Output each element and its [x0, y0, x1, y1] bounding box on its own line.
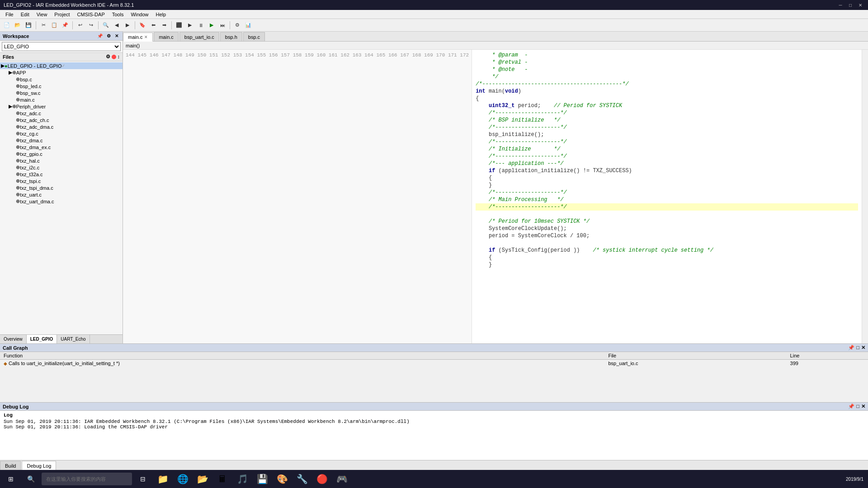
- panel-tab-build[interactable]: Build: [0, 461, 21, 470]
- tree-item-app_folder[interactable]: ▶ ⊕ APP: [0, 69, 123, 76]
- toolbar-debug3[interactable]: ⏸: [196, 20, 206, 30]
- toolbar-debug2[interactable]: ▶: [185, 20, 195, 30]
- workspace-pin[interactable]: 📌: [96, 33, 104, 39]
- taskbar-app-paint[interactable]: 🎨: [273, 471, 291, 487]
- workspace-close[interactable]: ✕: [113, 33, 120, 39]
- toolbar-new[interactable]: 📄: [2, 20, 12, 30]
- tab-close-icon[interactable]: ✕: [144, 35, 148, 39]
- tree-label: txz_t32a.c: [20, 172, 42, 177]
- tree-item-txz_dma_c[interactable]: ⊕ txz_dma.c: [0, 137, 123, 144]
- toolbar-bookmark-prev[interactable]: ⬅: [148, 20, 158, 30]
- tree-item-led_gpio_root[interactable]: ▶ ● LED_GPIO - LED_GPIO ✓: [0, 62, 123, 69]
- tree-item-txz_t32a_c[interactable]: ⊕ txz_t32a.c: [0, 171, 123, 178]
- tree-item-txz_i2c_c[interactable]: ⊕ txz_i2c.c: [0, 164, 123, 171]
- tree-item-bsp_c[interactable]: ⊕ bsp.c: [0, 76, 123, 83]
- close-button[interactable]: ✕: [856, 2, 864, 8]
- toolbar-undo[interactable]: ↩: [75, 20, 85, 30]
- call-graph-close[interactable]: ✕: [861, 345, 865, 351]
- tree-item-txz_tspi_dma_c[interactable]: ⊕ txz_tspi_dma.c: [0, 184, 123, 191]
- toolbar-debug-step[interactable]: ⏭: [217, 20, 227, 30]
- toolbar-extra[interactable]: ⚙: [232, 20, 242, 30]
- ws-tab-overview[interactable]: Overview: [0, 335, 27, 343]
- tree-item-txz_cg_c[interactable]: ⊕ txz_cg.c: [0, 130, 123, 137]
- tree-item-txz_gpio_c[interactable]: ⊕ txz_gpio.c: [0, 150, 123, 157]
- taskbar-app-explorer[interactable]: 📁: [154, 471, 172, 487]
- editor-tab-main-c2[interactable]: main.c: [154, 32, 178, 41]
- taskbar-app-game[interactable]: 🎮: [333, 471, 351, 487]
- code-area[interactable]: 144 145 146 147 148 149 150 151 152 153 …: [123, 50, 868, 343]
- tree-item-txz_uart_dma_c[interactable]: ⊕ txz_uart_dma.c: [0, 198, 123, 205]
- taskbar-app-storage[interactable]: 💾: [253, 471, 271, 487]
- files-dot-icon[interactable]: [112, 55, 116, 59]
- tree-item-txz_adc_ch_c[interactable]: ⊕ txz_adc_ch.c: [0, 117, 123, 123]
- toolbar-redo[interactable]: ↪: [86, 20, 96, 30]
- bottom-panels: Call Graph 📌 □ ✕ Function File Line: [0, 343, 868, 470]
- menu-project[interactable]: Project: [51, 10, 73, 19]
- toolbar-open[interactable]: 📂: [13, 20, 23, 30]
- ws-tab-led-gpio[interactable]: LED_GPIO: [27, 335, 57, 343]
- debug-log-maximize[interactable]: □: [856, 404, 859, 409]
- maximize-button[interactable]: □: [846, 2, 854, 8]
- tree-expand-icon: [0, 158, 15, 163]
- ws-tab-uart-echo[interactable]: UART_Echo: [57, 335, 90, 343]
- menu-window[interactable]: Window: [127, 10, 152, 19]
- toolbar-save[interactable]: 💾: [24, 20, 33, 30]
- menu-tools[interactable]: Tools: [108, 10, 127, 19]
- tree-expand-icon: [0, 84, 15, 89]
- call-graph-pin[interactable]: 📌: [848, 345, 854, 351]
- files-scroll-icon[interactable]: ↕: [118, 54, 120, 60]
- editor-scrollbar[interactable]: [862, 50, 868, 343]
- tree-item-txz_uart_c[interactable]: ⊕ txz_uart.c: [0, 191, 123, 198]
- tree-item-bsp_led_c[interactable]: ⊕ bsp_led.c: [0, 83, 123, 89]
- workspace-settings[interactable]: ⚙: [105, 33, 112, 39]
- taskbar-app-settings[interactable]: 🔧: [293, 471, 311, 487]
- tree-item-txz_adc_dma_c[interactable]: ⊕ txz_adc_dma.c: [0, 123, 123, 130]
- taskbar-task-view[interactable]: ⊟: [134, 471, 152, 487]
- toolbar-debug-run[interactable]: ▶: [207, 20, 217, 30]
- taskbar-app-media[interactable]: 🎵: [233, 471, 251, 487]
- taskbar-app-edge[interactable]: 🌐: [174, 471, 192, 487]
- toolbar-find[interactable]: 🔍: [101, 20, 111, 30]
- toolbar-nav-fwd[interactable]: ▶: [123, 20, 132, 30]
- taskbar-app-calc[interactable]: 🖩: [213, 471, 231, 487]
- menu-view[interactable]: View: [33, 10, 51, 19]
- call-graph-maximize[interactable]: □: [856, 345, 859, 351]
- panel-tab-debug-log[interactable]: Debug Log: [22, 461, 56, 470]
- taskbar-start[interactable]: ⊞: [2, 471, 20, 487]
- breadcrumb-bar: main(): [123, 42, 868, 50]
- tree-item-txz_dma_ex_c[interactable]: ⊕ txz_dma_ex.c: [0, 144, 123, 150]
- editor-tab-bsp-c[interactable]: bsp.c: [243, 32, 265, 41]
- taskbar-search-btn[interactable]: 🔍: [22, 471, 40, 487]
- tree-item-txz_adc_c[interactable]: ⊕ txz_adc.c: [0, 110, 123, 117]
- menu-file[interactable]: File: [2, 10, 17, 19]
- editor-tab-bsp-uart-io[interactable]: bsp_uart_io.c: [179, 32, 219, 41]
- code-content[interactable]: * @param - * @retval - * @note - */ /*--…: [472, 50, 862, 343]
- call-graph-row: ◆ Calls to uart_io_initialize(uart_io_in…: [0, 360, 868, 367]
- debug-log-close[interactable]: ✕: [861, 404, 865, 409]
- toolbar-bookmark-next[interactable]: ➡: [159, 20, 169, 30]
- toolbar-paste[interactable]: 📌: [60, 20, 70, 30]
- tree-item-bsp_sw_c[interactable]: ⊕ bsp_sw.c: [0, 89, 123, 96]
- tree-item-main_c[interactable]: ⊕ main.c: [0, 96, 123, 103]
- toolbar-copy[interactable]: 📋: [49, 20, 59, 30]
- taskbar-search-input[interactable]: [42, 473, 132, 485]
- menu-cmsis-dap[interactable]: CMSIS-DAP: [74, 10, 108, 19]
- taskbar-app-files[interactable]: 📂: [193, 471, 212, 487]
- tree-item-periph_driver[interactable]: ▶ ⊕ Periph_driver: [0, 103, 123, 110]
- minimize-button[interactable]: ─: [836, 2, 844, 8]
- workspace-select[interactable]: LED_GPIO: [2, 42, 121, 51]
- menu-edit[interactable]: Edit: [17, 10, 33, 19]
- taskbar-app-red[interactable]: 🔴: [313, 471, 331, 487]
- editor-tab-bsp-h[interactable]: bsp.h: [220, 32, 242, 41]
- menu-help[interactable]: Help: [152, 10, 170, 19]
- toolbar-cut[interactable]: ✂: [38, 20, 48, 30]
- toolbar-debug1[interactable]: ⬛: [174, 20, 184, 30]
- tree-item-txz_tspi_c[interactable]: ⊕ txz_tspi.c: [0, 178, 123, 184]
- files-settings-icon[interactable]: ⚙: [106, 54, 110, 60]
- editor-tab-main-c[interactable]: main.c ✕: [123, 33, 153, 42]
- toolbar-nav-back[interactable]: ◀: [112, 20, 122, 30]
- toolbar-extra2[interactable]: 📊: [243, 20, 253, 30]
- toolbar-bookmark[interactable]: 🔖: [137, 20, 147, 30]
- debug-log-pin[interactable]: 📌: [848, 404, 854, 409]
- tree-item-txz_hal_c[interactable]: ⊕ txz_hal.c: [0, 157, 123, 164]
